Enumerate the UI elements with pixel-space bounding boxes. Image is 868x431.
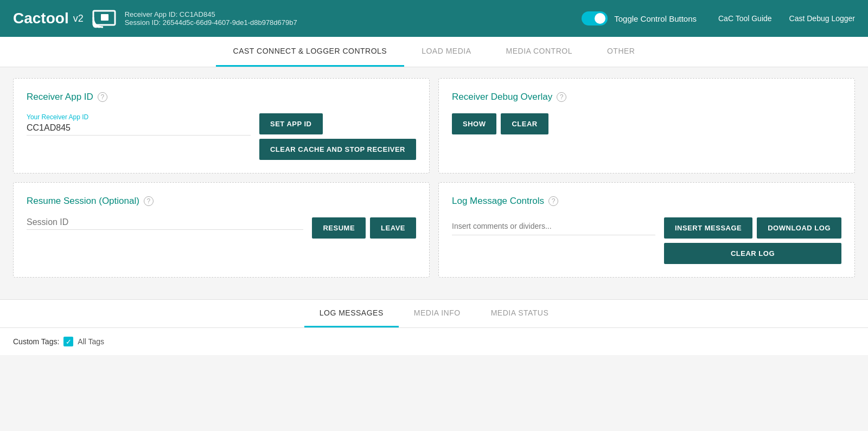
- logo-version: v2: [73, 13, 84, 24]
- receiver-app-id-input-section: Your Receiver App ID CC1AD845: [27, 113, 251, 136]
- svg-rect-1: [101, 14, 108, 21]
- log-content: Custom Tags: All Tags: [0, 328, 868, 355]
- receiver-app-id-title: Receiver App ID ?: [27, 92, 416, 102]
- log-controls-buttons: INSERT MESSAGE DOWNLOAD LOG CLEAR LOG: [664, 217, 841, 264]
- receiver-app-id-buttons: SET APP ID CLEAR CACHE AND STOP RECEIVER: [259, 113, 416, 160]
- header-nav: CaC Tool Guide Cast Debug Logger: [718, 14, 855, 23]
- tab-media-control[interactable]: MEDIA CONTROL: [489, 37, 590, 67]
- download-log-button[interactable]: DOWNLOAD LOG: [757, 217, 841, 239]
- receiver-app-id-value[interactable]: CC1AD845: [27, 123, 251, 136]
- resume-session-buttons: RESUME LEAVE: [312, 217, 416, 239]
- receiver-debug-overlay-panel: Receiver Debug Overlay ? SHOW CLEAR: [438, 78, 855, 173]
- resume-button[interactable]: RESUME: [312, 217, 366, 239]
- log-tab-media-info[interactable]: MEDIA INFO: [399, 300, 476, 327]
- custom-tags-row: Custom Tags: All Tags: [13, 337, 855, 346]
- log-message-input[interactable]: [452, 217, 655, 235]
- main-tabs: CAST CONNECT & LOGGER CONTROLS LOAD MEDI…: [0, 37, 868, 67]
- receiver-debug-help-icon[interactable]: ?: [557, 92, 566, 102]
- content-area: Receiver App ID ? Your Receiver App ID C…: [0, 67, 868, 288]
- log-tab-media-status[interactable]: MEDIA STATUS: [476, 300, 564, 327]
- tab-other[interactable]: OTHER: [590, 37, 653, 67]
- receiver-app-id-panel: Receiver App ID ? Your Receiver App ID C…: [13, 78, 430, 173]
- receiver-debug-buttons: SHOW CLEAR: [452, 113, 841, 134]
- nav-cac-tool-guide[interactable]: CaC Tool Guide: [718, 14, 772, 23]
- logo-text: Cactool: [13, 10, 69, 27]
- insert-message-button[interactable]: INSERT MESSAGE: [664, 217, 752, 239]
- clear-log-button[interactable]: CLEAR LOG: [664, 243, 841, 264]
- receiver-app-id-label: Your Receiver App ID: [27, 113, 251, 121]
- session-id-input-section: [27, 217, 303, 230]
- receiver-app-id-info: Receiver App ID: CC1AD845: [125, 10, 582, 18]
- all-tags-label: All Tags: [78, 337, 104, 346]
- set-app-id-button[interactable]: SET APP ID: [259, 113, 323, 134]
- custom-tags-label: Custom Tags:: [13, 337, 59, 346]
- logo: Cactool v2: [13, 10, 84, 27]
- receiver-debug-title: Receiver Debug Overlay ?: [452, 92, 841, 102]
- header-info: Receiver App ID: CC1AD845 Session ID: 26…: [125, 10, 582, 27]
- toggle-label: Toggle Control Buttons: [614, 14, 697, 23]
- toggle-section: Toggle Control Buttons: [582, 11, 697, 25]
- log-message-controls-content: INSERT MESSAGE DOWNLOAD LOG CLEAR LOG: [452, 217, 841, 264]
- cast-icon: [92, 9, 116, 28]
- log-message-controls-title: Log Message Controls ?: [452, 196, 841, 207]
- all-tags-checkbox[interactable]: [63, 337, 73, 346]
- resume-session-title: Resume Session (Optional) ?: [27, 196, 416, 207]
- log-message-controls-help-icon[interactable]: ?: [548, 196, 558, 206]
- show-debug-overlay-button[interactable]: SHOW: [452, 113, 496, 134]
- session-id-input[interactable]: [27, 217, 303, 230]
- resume-session-panel: Resume Session (Optional) ? RESUME LEAVE: [13, 182, 430, 278]
- nav-cast-debug-logger[interactable]: Cast Debug Logger: [789, 14, 855, 23]
- tab-load-media[interactable]: LOAD MEDIA: [404, 37, 488, 67]
- log-message-input-section: [452, 217, 655, 235]
- app-header: Cactool v2 Receiver App ID: CC1AD845 Ses…: [0, 0, 868, 37]
- resume-session-content: RESUME LEAVE: [27, 217, 416, 239]
- clear-cache-stop-receiver-button[interactable]: CLEAR CACHE AND STOP RECEIVER: [259, 139, 416, 160]
- session-id-info: Session ID: 26544d5c-66d9-4607-9de1-d8b9…: [125, 18, 582, 27]
- clear-debug-overlay-button[interactable]: CLEAR: [501, 113, 548, 134]
- log-top-buttons: INSERT MESSAGE DOWNLOAD LOG: [664, 217, 841, 239]
- log-message-controls-panel: Log Message Controls ? INSERT MESSAGE DO…: [438, 182, 855, 278]
- log-tabs: LOG MESSAGES MEDIA INFO MEDIA STATUS: [0, 300, 868, 328]
- leave-button[interactable]: LEAVE: [370, 217, 416, 239]
- receiver-app-id-help-icon[interactable]: ?: [98, 92, 107, 102]
- log-tab-log-messages[interactable]: LOG MESSAGES: [304, 300, 399, 327]
- resume-session-help-icon[interactable]: ?: [144, 196, 154, 206]
- log-section: LOG MESSAGES MEDIA INFO MEDIA STATUS Cus…: [0, 299, 868, 355]
- tab-cast-connect-logger-controls[interactable]: CAST CONNECT & LOGGER CONTROLS: [216, 37, 405, 67]
- receiver-app-id-content: Your Receiver App ID CC1AD845 SET APP ID…: [27, 113, 416, 160]
- toggle-control-buttons[interactable]: [582, 11, 608, 25]
- panels-grid: Receiver App ID ? Your Receiver App ID C…: [13, 78, 855, 278]
